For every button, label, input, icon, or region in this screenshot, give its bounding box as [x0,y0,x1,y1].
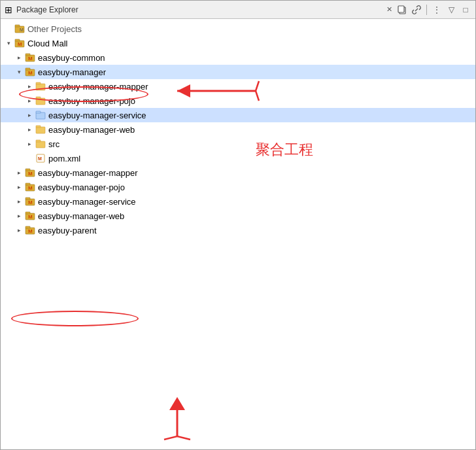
cloud-mall-icon: M [14,38,26,48]
svg-rect-20 [36,127,45,133]
easybuy-common-label: easybuy-common [38,53,105,63]
tree-item-mgr-service-sub[interactable]: easybuy-manager-service [1,108,475,122]
easybuy-manager-pojo-label: easybuy-manager-pojo [38,182,125,192]
tree-item-mgr-pojo-sub[interactable]: easybuy-manager-pojo [1,94,475,108]
mgr-web-sub-label: easybuy-manager-web [48,125,135,135]
arrow-easybuy-manager [14,67,24,77]
svg-rect-18 [36,113,45,119]
svg-rect-15 [36,82,41,84]
mgr-pojo-sub-label: easybuy-manager-pojo [48,96,135,106]
tree-item-pom-xml[interactable]: M pom.xml [1,151,475,165]
other-projects-icon: M [14,24,26,34]
pom-xml-label: pom.xml [48,154,80,164]
svg-marker-42 [169,397,185,410]
easybuy-parent-icon: M [24,225,36,235]
tree-view[interactable]: M Other Projects M Cloud Mall [1,19,475,449]
svg-rect-19 [36,111,41,113]
maximize-icon[interactable]: □ [460,4,471,16]
easybuy-manager-icon: M [24,67,36,77]
arrow-mgr-web-sub [24,124,35,135]
mgr-service-sub-label: easybuy-manager-service [48,111,146,120]
easybuy-parent-label: easybuy-parent [38,226,97,235]
settings-icon[interactable]: ⋮ [431,4,443,16]
mgr-mapper-sub-label: easybuy-manager-mapper [48,82,148,92]
svg-rect-22 [36,141,45,148]
close-tab-icon[interactable]: ✕ [386,5,392,14]
easybuy-manager-mapper-icon: M [24,167,36,178]
arrow-easybuy-manager-pojo [14,182,24,192]
panel-icon: ⊞ [5,5,12,15]
easybuy-manager-mapper-label: easybuy-manager-mapper [38,168,137,178]
svg-text:M: M [28,199,33,205]
src-icon [35,139,46,149]
easybuy-manager-service-label: easybuy-manager-service [38,197,136,207]
tree-item-easybuy-manager-pojo[interactable]: M easybuy-manager-pojo [1,180,475,194]
easybuy-manager-service-icon: M [24,196,36,207]
header-toolbar: ⋮ ▽ □ [396,4,471,16]
svg-text:M: M [18,41,22,47]
arrow-src [24,139,35,149]
tree-item-easybuy-parent[interactable]: M easybuy-parent [1,223,475,237]
package-explorer-panel: ⊞ Package Explorer ✕ ⋮ [0,0,476,450]
tree-item-mgr-web-sub[interactable]: easybuy-manager-web [1,122,475,137]
arrow-easybuy-manager-service [14,196,24,207]
mgr-web-sub-icon [35,124,46,135]
panel-title: Package Explorer [16,5,382,14]
svg-rect-3 [15,25,20,27]
arrow-easybuy-manager-web [14,211,24,221]
oval-parent [11,311,139,326]
pom-xml-icon: M [35,153,46,164]
tree-item-cloud-mall[interactable]: M Cloud Mall [1,36,475,50]
arrow-mgr-pojo-sub [24,95,35,106]
tree-item-mgr-mapper-sub[interactable]: easybuy-manager-mapper [1,79,475,94]
easybuy-common-icon: M [24,52,36,63]
mgr-service-sub-icon [35,110,46,120]
svg-rect-16 [36,98,45,105]
svg-rect-14 [36,84,45,90]
cloud-mall-label: Cloud Mall [27,39,67,48]
tree-item-src[interactable]: src [1,137,475,151]
arrow-mgr-service-sub [24,110,35,120]
src-label: src [48,139,60,149]
copy-icon[interactable] [396,4,408,16]
tree-item-easybuy-common[interactable]: M easybuy-common [1,50,475,65]
svg-rect-23 [36,140,41,142]
tree-item-easybuy-manager-service[interactable]: M easybuy-manager-service [1,194,475,209]
arrow-easybuy-manager-mapper [14,167,24,178]
mgr-mapper-sub-icon [35,81,46,92]
tree-item-easybuy-manager-mapper[interactable]: M easybuy-manager-mapper [1,165,475,180]
svg-text:M: M [28,171,33,177]
svg-rect-17 [36,97,41,99]
svg-text:M: M [28,228,33,234]
arrow-mgr-mapper-sub [24,81,35,92]
other-projects-label: Other Projects [27,24,82,34]
panel-header: ⊞ Package Explorer ✕ ⋮ [1,1,475,19]
arrow-cloud-mall [3,38,14,48]
tree-item-other-projects[interactable]: M Other Projects [1,22,475,36]
easybuy-manager-label: easybuy-manager [38,67,106,77]
arrow-easybuy-parent [14,225,24,235]
separator [426,5,427,15]
arrow-easybuy-common [14,52,24,63]
tree-item-easybuy-manager-web[interactable]: M easybuy-manager-web [1,209,475,223]
svg-text:M: M [28,185,33,191]
svg-text:M: M [20,27,24,32]
easybuy-manager-web-label: easybuy-manager-web [38,211,124,221]
svg-rect-1 [398,6,404,12]
svg-text:M: M [28,56,33,61]
arrow-to-parent [151,390,203,443]
svg-text:M: M [38,156,42,161]
minimize-icon[interactable]: ▽ [445,4,457,16]
easybuy-manager-pojo-icon: M [24,182,36,192]
svg-text:M: M [28,70,33,76]
easybuy-manager-web-icon: M [24,211,36,221]
tree-item-easybuy-manager[interactable]: M easybuy-manager [1,65,475,79]
link-icon[interactable] [411,4,422,16]
svg-rect-21 [36,126,41,128]
svg-text:M: M [28,214,33,220]
mgr-pojo-sub-icon [35,95,46,106]
